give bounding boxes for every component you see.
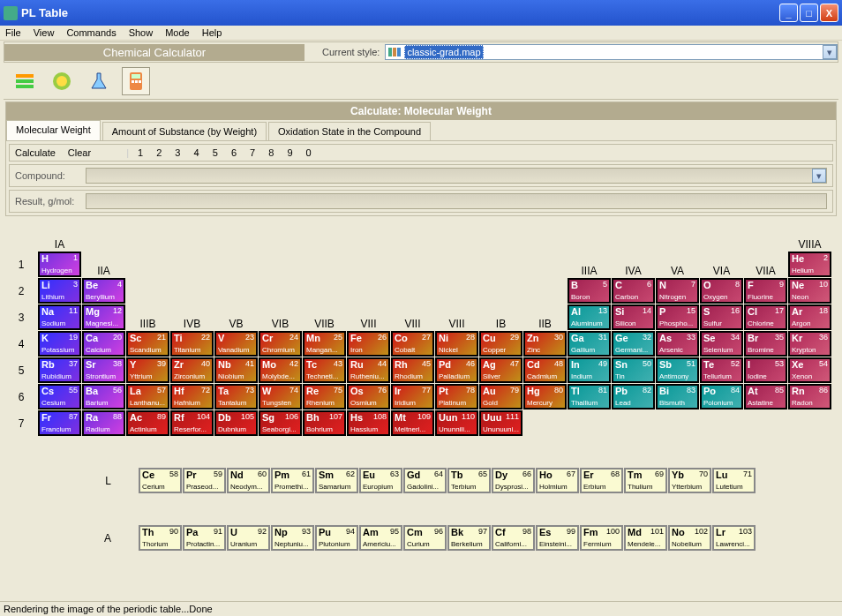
element-Cm[interactable]: Cm96Curium bbox=[403, 525, 447, 551]
element-Zn[interactable]: Zn30Zinc bbox=[523, 331, 567, 357]
element-Ac[interactable]: Ac89Actinium bbox=[126, 410, 169, 436]
element-U[interactable]: U92Uranium bbox=[227, 525, 270, 551]
element-P[interactable]: P15Phospho... bbox=[656, 304, 699, 330]
element-Ir[interactable]: Ir77Iridium bbox=[391, 384, 434, 409]
element-Nb[interactable]: Nb41Niobium bbox=[214, 357, 258, 383]
element-Br[interactable]: Br35Bromine bbox=[744, 331, 787, 357]
element-Ho[interactable]: Ho67Holmium bbox=[536, 468, 579, 493]
element-Ag[interactable]: Ag47Silver bbox=[479, 357, 522, 383]
menu-help[interactable]: Help bbox=[202, 27, 222, 38]
tool-table-icon[interactable] bbox=[11, 67, 39, 95]
element-Bh[interactable]: Bh107Bohrium bbox=[303, 410, 346, 436]
element-Pt[interactable]: Pt78Platinum bbox=[435, 384, 478, 409]
element-Rn[interactable]: Rn86Radon bbox=[788, 384, 831, 409]
calculate-button[interactable]: Calculate bbox=[15, 147, 56, 158]
element-Be[interactable]: Be4Beryllium bbox=[82, 278, 125, 304]
element-Uun[interactable]: Uun110Ununnili... bbox=[435, 410, 478, 436]
menu-mode[interactable]: Mode bbox=[165, 27, 190, 38]
element-Re[interactable]: Re75Rhenium bbox=[303, 384, 346, 409]
element-At[interactable]: At85Astatine bbox=[744, 384, 787, 409]
tool-info-icon[interactable] bbox=[48, 67, 76, 95]
element-H[interactable]: H1Hydrogen bbox=[38, 252, 81, 277]
element-Np[interactable]: Np93Neptuniu... bbox=[271, 525, 314, 551]
element-Yb[interactable]: Yb70Ytterbium bbox=[668, 468, 711, 493]
element-Mg[interactable]: Mg12Magnesi... bbox=[82, 304, 125, 330]
element-Cd[interactable]: Cd48Cadmium bbox=[523, 357, 567, 383]
element-Hf[interactable]: Hf72Hafnium bbox=[170, 384, 214, 409]
element-Ce[interactable]: Ce58Cerium bbox=[139, 468, 182, 493]
element-Na[interactable]: Na11Sodium bbox=[38, 304, 81, 330]
element-In[interactable]: In49Indium bbox=[568, 357, 611, 383]
element-Sg[interactable]: Sg106Seaborgi... bbox=[259, 410, 302, 436]
element-Mo[interactable]: Mo42Molybde... bbox=[259, 357, 302, 383]
element-Rb[interactable]: Rb37Rubidium bbox=[38, 357, 81, 383]
element-Ca[interactable]: Ca20Calcium bbox=[82, 331, 125, 357]
element-Xe[interactable]: Xe54Xenon bbox=[788, 357, 831, 383]
element-K[interactable]: K19Potassium bbox=[38, 331, 81, 357]
element-W[interactable]: W74Tungsten bbox=[259, 384, 302, 409]
element-Th[interactable]: Th90Thorium bbox=[139, 525, 182, 551]
element-Pr[interactable]: Pr59Praseod... bbox=[183, 468, 226, 493]
element-As[interactable]: As33Arsenic bbox=[656, 331, 699, 357]
chevron-down-icon[interactable]: ▾ bbox=[812, 169, 826, 183]
element-V[interactable]: V23Vanadium bbox=[214, 331, 258, 357]
tab-amount[interactable]: Amount of Substance (by Weight) bbox=[102, 122, 267, 140]
element-Pu[interactable]: Pu94Plutonium bbox=[315, 525, 358, 551]
element-Si[interactable]: Si14Silicon bbox=[612, 304, 655, 330]
element-Au[interactable]: Au79Gold bbox=[479, 384, 522, 409]
element-Tl[interactable]: Tl81Thallium bbox=[568, 384, 611, 409]
element-He[interactable]: He2Helium bbox=[788, 252, 831, 277]
element-Hg[interactable]: Hg80Mercury bbox=[523, 384, 567, 409]
element-Uuu[interactable]: Uuu111Ununuuni... bbox=[479, 410, 522, 436]
element-Sb[interactable]: Sb51Antimony bbox=[656, 357, 699, 383]
element-Rh[interactable]: Rh45Rhodium bbox=[391, 357, 434, 383]
element-Ar[interactable]: Ar18Argon bbox=[788, 304, 831, 330]
element-Ga[interactable]: Ga31Gallium bbox=[568, 331, 611, 357]
element-N[interactable]: N7Nitrogen bbox=[656, 278, 699, 304]
element-Tc[interactable]: Tc43Techneti... bbox=[303, 357, 346, 383]
element-O[interactable]: O8Oxygen bbox=[700, 278, 743, 304]
element-Os[interactable]: Os76Osmium bbox=[347, 384, 390, 409]
element-Eu[interactable]: Eu63Europium bbox=[359, 468, 402, 493]
element-Mt[interactable]: Mt109Meitneri... bbox=[391, 410, 434, 436]
element-La[interactable]: La57Lanthanu... bbox=[126, 384, 169, 409]
element-Lr[interactable]: Lr103Lawrenci... bbox=[712, 525, 756, 551]
element-Ra[interactable]: Ra88Radium bbox=[82, 410, 125, 436]
element-Mn[interactable]: Mn25Mangan... bbox=[303, 331, 346, 357]
element-Gd[interactable]: Gd64Gadolini... bbox=[403, 468, 447, 493]
element-Co[interactable]: Co27Cobalt bbox=[391, 331, 434, 357]
clear-button[interactable]: Clear bbox=[68, 147, 91, 158]
element-Ni[interactable]: Ni28Nickel bbox=[435, 331, 478, 357]
element-Nd[interactable]: Nd60Neodym... bbox=[227, 468, 270, 493]
element-Cr[interactable]: Cr24Chromium bbox=[259, 331, 302, 357]
element-Fm[interactable]: Fm100Fermium bbox=[580, 525, 623, 551]
element-Bk[interactable]: Bk97Berkelium bbox=[447, 525, 491, 551]
element-Sc[interactable]: Sc21Scandium bbox=[126, 331, 169, 357]
menu-show[interactable]: Show bbox=[129, 27, 154, 38]
element-Rf[interactable]: Rf104Reserfor... bbox=[170, 410, 214, 436]
element-Ne[interactable]: Ne10Neon bbox=[788, 278, 831, 304]
element-I[interactable]: I53Iodine bbox=[744, 357, 787, 383]
element-Cl[interactable]: Cl17Chlorine bbox=[744, 304, 787, 330]
maximize-button[interactable]: □ bbox=[800, 4, 818, 22]
element-B[interactable]: B5Boron bbox=[568, 278, 611, 304]
menu-view[interactable]: View bbox=[34, 27, 55, 38]
element-Dy[interactable]: Dy66Dysprosi... bbox=[492, 468, 535, 493]
element-Po[interactable]: Po84Polonium bbox=[700, 384, 743, 409]
element-Te[interactable]: Te52Tellurium bbox=[700, 357, 743, 383]
element-C[interactable]: C6Carbon bbox=[612, 278, 655, 304]
element-Ta[interactable]: Ta73Tantalum bbox=[214, 384, 258, 409]
element-Hs[interactable]: Hs108Hassium bbox=[347, 410, 390, 436]
element-Sm[interactable]: Sm62Samarium bbox=[315, 468, 358, 493]
element-Ru[interactable]: Ru44Rutheniu... bbox=[347, 357, 390, 383]
element-Pb[interactable]: Pb82Lead bbox=[612, 384, 655, 409]
compound-input[interactable]: ▾ bbox=[86, 168, 827, 184]
element-S[interactable]: S16Sulfur bbox=[700, 304, 743, 330]
menu-commands[interactable]: Commands bbox=[66, 27, 116, 38]
element-Cs[interactable]: Cs55Cesium bbox=[38, 384, 81, 409]
minimize-button[interactable]: _ bbox=[779, 4, 798, 22]
element-Tb[interactable]: Tb65Terbium bbox=[447, 468, 491, 493]
tab-molecular-weight[interactable]: Molecular Weight bbox=[6, 120, 101, 140]
tool-calculator-icon[interactable] bbox=[122, 67, 150, 95]
style-dropdown[interactable]: classic-grad.map ▾ bbox=[385, 44, 838, 60]
